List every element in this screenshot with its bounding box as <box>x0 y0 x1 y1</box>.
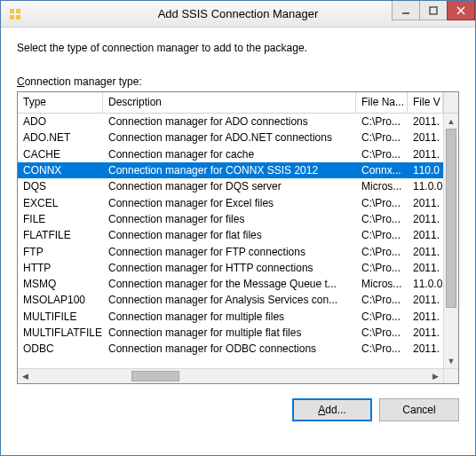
cell: ADO.NET <box>18 131 103 144</box>
cell: Connection manager for cache <box>103 148 356 161</box>
table-row[interactable]: CONNXConnection manager for CONNX SSIS 2… <box>18 162 443 178</box>
cell: 11.0.0 <box>408 180 443 193</box>
table-row[interactable]: MSMQConnection manager for the Message Q… <box>18 276 443 292</box>
scroll-left-icon[interactable]: ◀ <box>18 369 33 383</box>
table-row[interactable]: MULTIFLATFILEConnection manager for mult… <box>18 325 443 341</box>
cell: 2011. <box>408 148 443 161</box>
svg-rect-2 <box>10 15 14 20</box>
cell: C:\Pro... <box>356 262 408 274</box>
svg-rect-0 <box>10 9 14 13</box>
cell: FILE <box>18 213 103 225</box>
close-button[interactable] <box>447 1 475 20</box>
table-row[interactable]: ADOConnection manager for ADO connection… <box>18 114 443 130</box>
list-label: Connection manager type: <box>17 75 459 88</box>
cell: 2011. <box>408 131 443 144</box>
listview-header: Type Description File Na... File V <box>18 92 458 114</box>
cell: Connection manager for multiple flat fil… <box>103 326 356 339</box>
table-row[interactable]: EXCELConnection manager for Excel filesC… <box>18 194 443 210</box>
table-row[interactable]: MULTIFILEConnection manager for multiple… <box>18 309 443 325</box>
vertical-scrollbar[interactable]: ▲ ▼ <box>443 114 458 368</box>
cell: 2011. <box>408 262 443 274</box>
cell: 2011. <box>408 342 443 355</box>
cell: FLATFILE <box>18 229 103 241</box>
add-button[interactable]: Add... <box>292 398 372 421</box>
cell: C:\Pro... <box>356 197 408 209</box>
cell: Connection manager for HTTP connections <box>103 262 356 274</box>
scroll-right-icon[interactable]: ▶ <box>428 369 443 383</box>
table-row[interactable]: ADO.NETConnection manager for ADO.NET co… <box>18 130 443 145</box>
cell: MSMQ <box>18 278 103 290</box>
cell: Connection manager for CONNX SSIS 2012 <box>103 164 356 177</box>
cell: C:\Pro... <box>356 229 408 241</box>
cell: 2011. <box>408 197 443 209</box>
cell: 2011. <box>408 229 443 241</box>
cell: Connection manager for ADO connections <box>103 115 356 128</box>
cell: Connection manager for ADO.NET connectio… <box>103 131 356 144</box>
table-row[interactable]: FTPConnection manager for FTP connection… <box>18 243 443 259</box>
cell: 2011. <box>408 326 443 339</box>
header-scroll-gap <box>443 92 458 113</box>
table-row[interactable]: CACHEConnection manager for cacheC:\Pro.… <box>18 146 443 162</box>
cell: MSOLAP100 <box>18 294 103 306</box>
cell: ADO <box>18 115 103 128</box>
cell: C:\Pro... <box>356 311 408 323</box>
dialog-content: Select the type of connection manager to… <box>1 28 475 434</box>
connection-type-listview[interactable]: Type Description File Na... File V ADOCo… <box>17 91 459 384</box>
cell: C:\Pro... <box>356 326 408 339</box>
window-controls <box>393 1 475 27</box>
cell: Connection manager for Analysis Services… <box>103 294 356 306</box>
cell: 2011. <box>408 213 443 225</box>
table-row[interactable]: ODBCConnection manager for ODBC connecti… <box>18 341 443 357</box>
cell: C:\Pro... <box>356 213 408 225</box>
hscroll-track[interactable] <box>33 369 428 383</box>
cell: Micros... <box>356 278 408 290</box>
titlebar: Add SSIS Connection Manager <box>1 1 475 28</box>
table-row[interactable]: DQSConnection manager for DQS serverMicr… <box>18 178 443 194</box>
scroll-down-icon[interactable]: ▼ <box>444 353 458 368</box>
cell: C:\Pro... <box>356 294 408 306</box>
cell: FTP <box>18 246 103 258</box>
cell: MULTIFLATFILE <box>18 326 103 339</box>
maximize-button[interactable] <box>419 1 448 20</box>
dialog-buttons: Add... Cancel <box>17 398 459 421</box>
cell: DQS <box>18 180 103 193</box>
cell: C:\Pro... <box>356 131 408 144</box>
cell: C:\Pro... <box>356 246 408 258</box>
horizontal-scrollbar[interactable]: ◀ ▶ <box>18 368 458 383</box>
column-header-filename[interactable]: File Na... <box>356 92 408 113</box>
cell: Connection manager for files <box>103 213 356 225</box>
scroll-corner <box>443 369 458 383</box>
minimize-button[interactable] <box>392 1 420 20</box>
cell: Connection manager for ODBC connections <box>103 342 356 355</box>
column-header-type[interactable]: Type <box>18 92 103 113</box>
table-row[interactable]: MSOLAP100Connection manager for Analysis… <box>18 292 443 308</box>
table-row[interactable]: FLATFILEConnection manager for flat file… <box>18 227 443 243</box>
column-header-filever[interactable]: File V <box>408 92 443 113</box>
table-row[interactable]: FILEConnection manager for filesC:\Pro..… <box>18 211 443 227</box>
scroll-up-icon[interactable]: ▲ <box>444 114 458 129</box>
cell: CACHE <box>18 148 103 161</box>
svg-rect-3 <box>16 15 20 20</box>
vscroll-thumb[interactable] <box>446 129 456 308</box>
cell: Connection manager for FTP connections <box>103 246 356 258</box>
cell: Micros... <box>356 180 408 193</box>
cell: ODBC <box>18 342 103 355</box>
table-row[interactable]: HTTPConnection manager for HTTP connecti… <box>18 260 443 276</box>
cell: HTTP <box>18 262 103 274</box>
column-header-description[interactable]: Description <box>103 92 356 113</box>
cell: 2011. <box>408 246 443 258</box>
cell: C:\Pro... <box>356 115 408 128</box>
svg-rect-5 <box>430 7 437 14</box>
instruction-text: Select the type of connection manager to… <box>17 42 459 54</box>
listview-rows: ADOConnection manager for ADO connection… <box>18 114 443 368</box>
hscroll-thumb[interactable] <box>131 371 178 381</box>
cell: MULTIFILE <box>18 311 103 323</box>
svg-rect-1 <box>16 9 20 13</box>
cell: Connection manager for flat files <box>103 229 356 241</box>
cancel-button[interactable]: Cancel <box>379 398 459 421</box>
cell: Connection manager for the Message Queue… <box>103 278 356 290</box>
cell: CONNX <box>18 164 103 177</box>
vscroll-track[interactable] <box>444 129 458 353</box>
cell: 2011. <box>408 294 443 306</box>
cell: Connection manager for DQS server <box>103 180 356 193</box>
